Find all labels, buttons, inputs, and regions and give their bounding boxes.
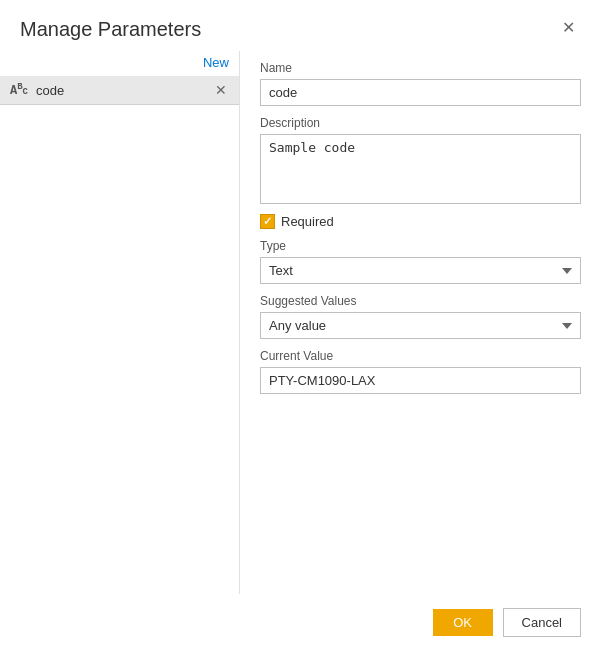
left-panel: New ABC code ✕: [0, 51, 240, 594]
suggested-values-label: Suggested Values: [260, 294, 581, 308]
type-label: Type: [260, 239, 581, 253]
required-label: Required: [281, 214, 334, 229]
dialog-body: New ABC code ✕ Name Description Sample c…: [0, 51, 601, 594]
type-select[interactable]: Text Number Date Boolean: [260, 257, 581, 284]
current-value-label: Current Value: [260, 349, 581, 363]
suggested-values-select[interactable]: Any value List of values: [260, 312, 581, 339]
name-field-group: Name: [260, 61, 581, 106]
description-label: Description: [260, 116, 581, 130]
manage-parameters-dialog: Manage Parameters ✕ New ABC code ✕ Name: [0, 0, 601, 651]
current-value-field-group: Current Value: [260, 349, 581, 394]
cancel-button[interactable]: Cancel: [503, 608, 581, 637]
dialog-header: Manage Parameters ✕: [0, 0, 601, 51]
name-label: Name: [260, 61, 581, 75]
ok-button[interactable]: OK: [433, 609, 493, 636]
list-item[interactable]: ABC code ✕: [0, 76, 239, 105]
required-checkbox[interactable]: ✓: [260, 214, 275, 229]
current-value-input[interactable]: [260, 367, 581, 394]
right-panel: Name Description Sample code ✓ Required …: [240, 51, 601, 594]
required-row: ✓ Required: [260, 214, 581, 229]
new-parameter-link[interactable]: New: [203, 55, 229, 70]
close-button[interactable]: ✕: [556, 18, 581, 38]
description-textarea[interactable]: Sample code: [260, 134, 581, 204]
suggested-values-field-group: Suggested Values Any value List of value…: [260, 294, 581, 339]
type-field-group: Type Text Number Date Boolean: [260, 239, 581, 284]
dialog-footer: OK Cancel: [0, 594, 601, 651]
parameter-name-label: code: [36, 83, 211, 98]
parameter-type-icon: ABC: [10, 82, 28, 98]
checkmark-icon: ✓: [263, 216, 272, 227]
dialog-title: Manage Parameters: [20, 18, 201, 41]
name-input[interactable]: [260, 79, 581, 106]
description-field-group: Description Sample code: [260, 116, 581, 204]
delete-parameter-button[interactable]: ✕: [211, 83, 231, 97]
left-panel-empty-space: [0, 105, 239, 594]
left-panel-header: New: [0, 51, 239, 76]
